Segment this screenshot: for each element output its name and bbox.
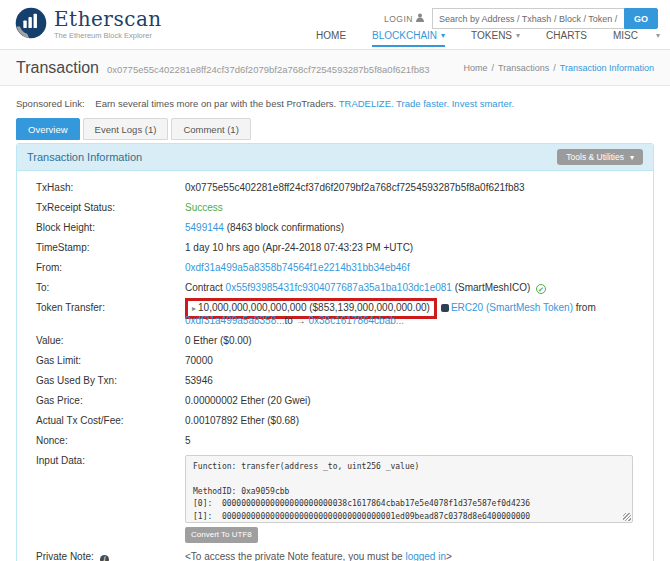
input-data-textarea[interactable]: Function: transfer(address _to, uint256 … xyxy=(185,455,633,523)
etherscan-logo[interactable]: Etherscan The Ethereum Block Explorer xyxy=(14,6,162,42)
row-token-transfer: Token Transfer: ▸10,000,000,000,000,000 … xyxy=(27,298,643,331)
tab-overview[interactable]: Overview xyxy=(16,118,80,140)
row-gas-price: Gas Price: 0.00000002 Ether (20 Gwei) xyxy=(27,391,643,411)
block-confirmations: (8463 block confirmations) xyxy=(227,222,344,233)
user-icon xyxy=(416,13,424,24)
private-note-text: <To access the private Note feature, you… xyxy=(185,551,403,561)
row-to: To: Contract 0x55f93985431fc9304077687a3… xyxy=(27,278,643,298)
breadcrumb-current: Transaction Information xyxy=(560,63,654,73)
nav-tokens[interactable]: TOKENS ▾ xyxy=(471,30,520,47)
transfer-to-link[interactable]: 0x38c1617864cbab... xyxy=(308,315,404,326)
smartmesh-token-icon xyxy=(441,304,449,312)
chevron-down-icon: ▾ xyxy=(441,31,445,40)
row-gas-used: Gas Used By Txn: 53946 xyxy=(27,371,643,391)
nav-misc[interactable]: MISC ▾ xyxy=(613,30,660,47)
chevron-down-icon: ▾ xyxy=(630,153,634,162)
value-amount: 0 Ether ($0.00) xyxy=(185,335,643,347)
sponsored-label: Sponsored Link: xyxy=(16,98,85,109)
gas-price-value: 0.00000002 Ether (20 Gwei) xyxy=(185,395,643,407)
to-word: to xyxy=(285,315,293,326)
transfer-from-link[interactable]: 0xdf31a499a5a8358... xyxy=(185,315,285,326)
breadcrumb: Home / Transactions / Transaction Inform… xyxy=(464,63,654,73)
breadcrumb-separator: / xyxy=(492,63,495,73)
status-badge: Success xyxy=(185,202,643,214)
brand-tagline: The Ethereum Block Explorer xyxy=(54,31,162,40)
nav-blockchain[interactable]: BLOCKCHAIN ▾ xyxy=(372,30,445,47)
row-from: From: 0xdf31a499a5a8358b74564f1e2214b31b… xyxy=(27,258,643,278)
login-link[interactable]: LOGIN xyxy=(384,13,424,24)
from-word: from xyxy=(576,302,596,313)
search-go-button[interactable]: GO xyxy=(624,8,658,29)
row-tx-cost: Actual Tx Cost/Fee: 0.00107892 Ether ($0… xyxy=(27,411,643,431)
transaction-information-panel: Transaction Information Tools & Utilitie… xyxy=(16,143,654,561)
tab-event-logs[interactable]: Event Logs (1) xyxy=(83,118,169,140)
nonce-value: 5 xyxy=(185,435,643,447)
tx-cost-value: 0.00107892 Ether ($0.68) xyxy=(185,415,643,427)
tools-utilities-button[interactable]: Tools & Utilities ▾ xyxy=(557,149,643,165)
from-address-link[interactable]: 0xdf31a499a5a8358b74564f1e2214b31bb34eb4… xyxy=(185,262,410,273)
nav-home[interactable]: HOME xyxy=(316,30,346,47)
row-value: Value: 0 Ether ($0.00) xyxy=(27,331,643,351)
row-gas-limit: Gas Limit: 70000 xyxy=(27,351,643,371)
panel-body: TxHash: 0x0775e55c402281e8ff24cf37d6f207… xyxy=(17,171,653,561)
page-title: Transaction xyxy=(16,59,99,77)
to-contract-name: (SmartMeshICO) xyxy=(455,282,531,293)
row-input-data: Input Data: Function: transfer(address _… xyxy=(27,451,643,547)
row-block-height: Block Height: 5499144 (8463 block confir… xyxy=(27,218,643,238)
logged-in-link[interactable]: logged in xyxy=(405,551,446,561)
block-number-link[interactable]: 5499144 xyxy=(185,222,224,233)
nav-charts[interactable]: CHARTS xyxy=(546,30,587,47)
brand-name: Etherscan xyxy=(54,9,162,29)
timestamp-value: 1 day 10 hrs ago (Apr-24-2018 07:43:23 P… xyxy=(185,242,643,254)
row-timestamp: TimeStamp: 1 day 10 hrs ago (Apr-24-2018… xyxy=(27,238,643,258)
main-nav: HOME BLOCKCHAIN ▾ TOKENS ▾ CHARTS MISC ▾ xyxy=(316,30,660,47)
row-txhash: TxHash: 0x0775e55c402281e8ff24cf37d6f207… xyxy=(27,178,643,198)
breadcrumb-home[interactable]: Home xyxy=(464,63,488,73)
txhash-value: 0x0775e55c402281e8ff24cf37d6f2079bf2a768… xyxy=(185,182,643,194)
token-link[interactable]: ERC20 (SmartMesh Token) xyxy=(451,302,573,313)
chevron-down-icon: ▾ xyxy=(516,31,520,40)
transaction-hash: 0x0775e55c402281e8ff24cf37d6f2079bf2a768… xyxy=(107,64,430,75)
sponsored-link-row: Sponsored Link: Earn several times more … xyxy=(0,86,670,118)
tab-bar: Overview Event Logs (1) Comment (1) xyxy=(0,118,670,140)
gas-limit-value: 70000 xyxy=(185,355,643,367)
token-transfer-amount: 10,000,000,000,000,000 ($853,139,000,000… xyxy=(198,302,430,313)
bullet-icon: ▸ xyxy=(192,304,196,313)
row-nonce: Nonce: 5 xyxy=(27,431,643,451)
site-header: Etherscan The Ethereum Block Explorer LO… xyxy=(0,0,670,50)
panel-heading: Transaction Information Tools & Utilitie… xyxy=(17,144,653,171)
row-private-note: Private Note: i <To access the private N… xyxy=(27,547,643,561)
breadcrumb-separator: / xyxy=(553,63,556,73)
search-input[interactable] xyxy=(432,8,624,29)
panel-title: Transaction Information xyxy=(27,151,142,163)
to-address-link[interactable]: 0x55f93985431fc9304077687a35a1ba103dc1e0… xyxy=(226,282,452,293)
info-icon: i xyxy=(100,555,109,561)
gas-used-value: 53946 xyxy=(185,375,643,387)
arrow-right-icon: → xyxy=(296,315,306,326)
to-contract-word: Contract xyxy=(185,282,223,293)
verified-check-icon: ✔ xyxy=(536,284,546,294)
row-txreceipt-status: TxReceipt Status: Success xyxy=(27,198,643,218)
convert-to-utf8-button[interactable]: Convert To UTF8 xyxy=(185,527,258,543)
etherscan-logo-icon xyxy=(14,6,48,42)
sponsored-text: Earn several times more on par with the … xyxy=(95,98,336,109)
breadcrumb-transactions[interactable]: Transactions xyxy=(498,63,549,73)
chevron-down-icon: ▾ xyxy=(656,31,660,40)
tab-comment[interactable]: Comment (1) xyxy=(171,118,250,140)
login-label: LOGIN xyxy=(384,14,413,24)
page-title-bar: Transaction 0x0775e55c402281e8ff24cf37d6… xyxy=(0,50,670,86)
sponsored-ad-link[interactable]: TRADELIZE. Trade faster. Invest smarter. xyxy=(339,98,514,109)
